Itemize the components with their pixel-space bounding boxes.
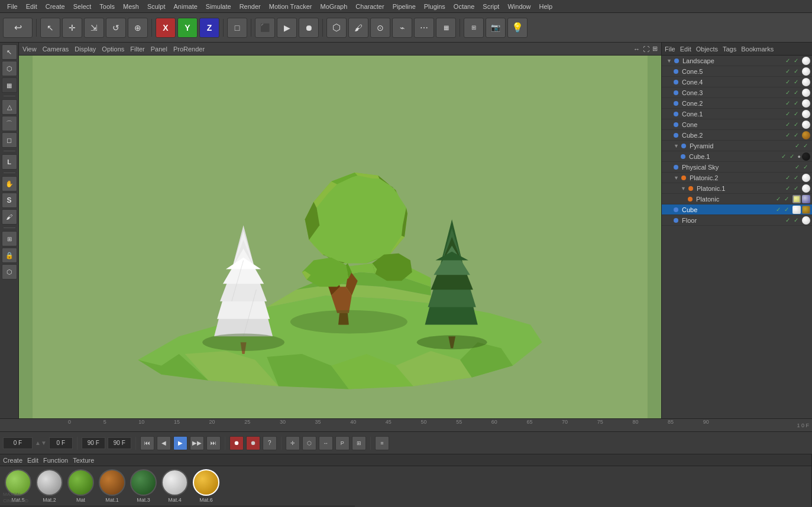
tool-hex[interactable]: ⬡ xyxy=(2,264,17,280)
select-tool-button[interactable]: ↖ xyxy=(40,18,60,38)
y-axis-button[interactable]: Y xyxy=(177,18,198,38)
obj-platonic[interactable]: Platonic ✓ ✓ xyxy=(662,194,812,204)
menu-animate[interactable]: Animate xyxy=(169,2,201,11)
obj-floor[interactable]: Floor ✓ ✓ xyxy=(662,215,812,226)
obj-platonic2[interactable]: ▼ Platonic.2 ✓ ✓ xyxy=(662,173,812,183)
deformer-button[interactable]: ⌁ xyxy=(392,18,412,38)
vp-maximize-icon[interactable]: ⛶ xyxy=(643,46,649,53)
obj-cone[interactable]: Cone ✓ ✓ xyxy=(662,119,812,130)
effector-button[interactable]: ⋯ xyxy=(414,18,434,38)
cube-button[interactable]: ⬡ xyxy=(326,18,347,38)
display-mode-button[interactable]: ⊞ xyxy=(464,18,484,38)
obj-cone5[interactable]: Cone.5 ✓ ✓ xyxy=(662,66,812,77)
vp-panel[interactable]: Panel xyxy=(151,46,167,53)
menu-render[interactable]: Render xyxy=(235,2,265,11)
preview-end-input[interactable] xyxy=(82,437,105,449)
menu-tools[interactable]: Tools xyxy=(95,2,119,11)
obj-cube[interactable]: Cube ✓ ✓ xyxy=(662,204,812,215)
menu-character[interactable]: Character xyxy=(351,2,388,11)
rp-bookmarks-tab[interactable]: Bookmarks xyxy=(741,46,774,53)
play-button[interactable]: ▶ xyxy=(173,436,187,450)
current-frame-input[interactable] xyxy=(3,437,33,449)
menu-edit[interactable]: Edit xyxy=(22,2,41,11)
next-frame-button[interactable]: ▶▶ xyxy=(190,436,204,450)
menu-script[interactable]: Script xyxy=(478,2,503,11)
obj-landscape[interactable]: ▼ Landscape ✓ ✓ xyxy=(662,56,812,66)
rotate-tool-button[interactable]: ↺ xyxy=(106,18,126,38)
vp-prorender[interactable]: ProRender xyxy=(173,46,205,53)
menu-plugins[interactable]: Plugins xyxy=(420,2,449,11)
tool-grid[interactable]: ⊞ xyxy=(2,231,17,246)
tool-polygon[interactable]: △ xyxy=(2,99,17,115)
tool-lock[interactable]: 🔒 xyxy=(2,248,17,263)
go-end-button[interactable]: ⏭ xyxy=(206,436,221,450)
sweep-button[interactable]: ⊙ xyxy=(370,18,390,38)
undo-button[interactable]: ↩ xyxy=(3,18,33,38)
prev-frame-button[interactable]: ◀ xyxy=(157,436,171,450)
mat-create[interactable]: Create xyxy=(3,457,22,464)
mat-item-6[interactable]: Mat.6 xyxy=(193,469,219,503)
obj-cone2[interactable]: Cone.2 ✓ ✓ xyxy=(662,98,812,109)
menu-sculpt[interactable]: Sculpt xyxy=(143,2,170,11)
render-region-button[interactable]: ⬛ xyxy=(255,18,275,38)
tool-nurbs[interactable]: ◻ xyxy=(2,132,17,148)
obj-physical-sky[interactable]: Physical Sky ✓ ✓ xyxy=(662,162,812,173)
record-button[interactable]: ⏺ xyxy=(229,436,244,450)
menu-motion-tracker[interactable]: Motion Tracker xyxy=(265,2,316,11)
rp-file-tab[interactable]: File xyxy=(665,46,675,53)
tool-spline[interactable]: ⌒ xyxy=(2,116,17,131)
obj-cone3[interactable]: Cone.3 ✓ ✓ xyxy=(662,87,812,98)
obj-pyramid[interactable]: ▼ Pyramid ✓ ✓ xyxy=(662,141,812,151)
obj-cone4[interactable]: Cone.4 ✓ ✓ xyxy=(662,77,812,87)
vp-filter[interactable]: Filter xyxy=(130,46,144,53)
camera-button[interactable]: 📷 xyxy=(486,18,506,38)
tool-cube[interactable]: ⬡ xyxy=(2,61,17,76)
vp-grid-icon[interactable]: ⊞ xyxy=(652,45,658,53)
vp-expand-icon[interactable]: ↔ xyxy=(633,46,640,53)
mat-item-3[interactable]: Mat.3 xyxy=(130,469,157,503)
range-button[interactable]: ↔ xyxy=(319,436,333,450)
loop-button[interactable]: P xyxy=(335,436,350,450)
menu-pipeline[interactable]: Pipeline xyxy=(389,2,420,11)
mat-item-1[interactable]: Mat.1 xyxy=(99,469,125,503)
tool-l[interactable]: L xyxy=(2,154,17,170)
tool-checker[interactable]: ▦ xyxy=(2,77,17,93)
start-frame-input[interactable] xyxy=(49,437,73,449)
mat-edit[interactable]: Edit xyxy=(27,457,38,464)
menu-select[interactable]: Select xyxy=(69,2,96,11)
timeline-menu-button[interactable]: ≡ xyxy=(375,436,389,450)
record-all-button[interactable]: ⏺ xyxy=(246,436,260,450)
field-button[interactable]: ▦ xyxy=(436,18,456,38)
vp-cameras[interactable]: Cameras xyxy=(43,46,69,53)
end-frame-input[interactable] xyxy=(108,437,131,449)
tool-s[interactable]: S xyxy=(2,193,17,208)
menu-octane[interactable]: Octane xyxy=(449,2,478,11)
menu-create[interactable]: Create xyxy=(41,2,69,11)
menu-file[interactable]: File xyxy=(3,2,22,11)
menu-simulate[interactable]: Simulate xyxy=(202,2,235,11)
tool-select[interactable]: ↖ xyxy=(2,44,17,60)
menu-mesh[interactable]: Mesh xyxy=(119,2,143,11)
vp-options[interactable]: Options xyxy=(102,46,124,53)
timeline-settings[interactable]: ⊞ xyxy=(352,436,366,450)
light-button[interactable]: 💡 xyxy=(507,18,528,38)
rp-objects-tab[interactable]: Objects xyxy=(696,46,718,53)
rp-tags-tab[interactable]: Tags xyxy=(723,46,736,53)
key-button[interactable]: ⬡ xyxy=(302,436,316,450)
render-to-picture-button[interactable]: ⏺ xyxy=(299,18,319,38)
x-axis-button[interactable]: X xyxy=(156,18,176,38)
render-view-button[interactable]: ▶ xyxy=(277,18,297,38)
obj-cube1[interactable]: Cube.1 ✓ ✓ ● xyxy=(662,151,812,162)
z-axis-button[interactable]: Z xyxy=(199,18,219,38)
brush-button[interactable]: 🖌 xyxy=(348,18,368,38)
mat-item-2[interactable]: Mat.2 xyxy=(36,469,63,503)
vp-view[interactable]: View xyxy=(22,46,37,53)
mat-item-mat[interactable]: Mat xyxy=(67,469,94,503)
go-start-button[interactable]: ⏮ xyxy=(140,436,154,450)
scale-tool-button[interactable]: ⇲ xyxy=(84,18,104,38)
mat-item-4[interactable]: Mat.4 xyxy=(161,469,188,503)
transform-tool-button[interactable]: ⊕ xyxy=(128,18,148,38)
rp-edit-tab[interactable]: Edit xyxy=(680,46,691,53)
obj-mode-button[interactable]: □ xyxy=(227,18,247,38)
mat-texture[interactable]: Texture xyxy=(73,457,94,464)
